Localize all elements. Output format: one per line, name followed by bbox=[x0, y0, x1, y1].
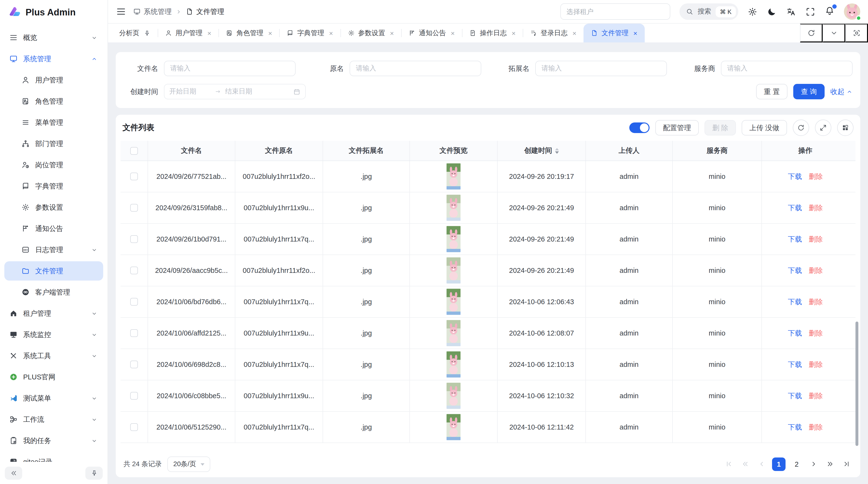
sidebar-item-test[interactable]: 测试菜单 bbox=[4, 389, 103, 408]
sidebar-item-file[interactable]: 文件管理 bbox=[4, 261, 103, 281]
filter-input-original-name[interactable]: 请输入 bbox=[350, 61, 481, 76]
global-search-button[interactable]: 搜索 ⌘ K bbox=[679, 3, 738, 20]
sidebar-item-client[interactable]: 客户端管理 bbox=[4, 283, 103, 302]
refresh-list-button[interactable] bbox=[793, 120, 809, 136]
table-scrollbar[interactable] bbox=[856, 322, 858, 446]
avatar[interactable] bbox=[844, 3, 860, 20]
sidebar-collapse-button[interactable] bbox=[5, 466, 22, 479]
moon-icon[interactable] bbox=[767, 6, 777, 17]
tab-close-icon[interactable]: × bbox=[390, 30, 394, 36]
sidebar-item-dict[interactable]: 字典管理 bbox=[4, 176, 103, 196]
page-next-button[interactable] bbox=[808, 458, 820, 470]
filter-input-extension[interactable]: 请输入 bbox=[535, 61, 667, 76]
settings-icon[interactable] bbox=[747, 6, 757, 17]
created-time-range-picker[interactable]: 开始日期 结束日期 bbox=[164, 84, 306, 99]
tab-close-icon[interactable]: × bbox=[451, 30, 455, 36]
download-link[interactable]: 下载 bbox=[788, 172, 802, 181]
tab-role[interactable]: 角色管理× bbox=[218, 24, 279, 42]
row-checkbox[interactable] bbox=[130, 298, 138, 305]
page-size-select[interactable]: 20条/页 bbox=[167, 456, 210, 472]
download-link[interactable]: 下载 bbox=[788, 360, 802, 369]
tab-user[interactable]: 用户管理× bbox=[158, 24, 218, 42]
sidebar-item-tools[interactable]: 系统工具 bbox=[4, 346, 103, 365]
page-prev-button[interactable] bbox=[756, 458, 768, 470]
filter-input-provider[interactable]: 请输入 bbox=[721, 61, 852, 76]
translate-icon[interactable] bbox=[786, 6, 796, 17]
sidebar-item-system[interactable]: 系统管理 bbox=[4, 49, 103, 68]
sidebar-item-monitor[interactable]: 系统监控 bbox=[4, 325, 103, 344]
upload-button[interactable]: 上传 没做 bbox=[742, 120, 787, 135]
sidebar-item-dept[interactable]: 部门管理 bbox=[4, 134, 103, 153]
tab-close-icon[interactable]: × bbox=[633, 30, 637, 36]
delete-link[interactable]: 删除 bbox=[809, 391, 823, 400]
search-button[interactable]: 查 询 bbox=[793, 84, 825, 99]
fullscreen-icon[interactable] bbox=[805, 6, 815, 17]
page-fast-prev-button[interactable] bbox=[739, 458, 751, 470]
sidebar-item-param[interactable]: 参数设置 bbox=[4, 198, 103, 217]
breadcrumb-item[interactable]: 系统管理 bbox=[133, 7, 172, 16]
sidebar-item-user[interactable]: 用户管理 bbox=[4, 70, 103, 90]
sidebar-item-workflow[interactable]: 工作流 bbox=[4, 410, 103, 429]
preview-image[interactable] bbox=[446, 351, 461, 378]
tab-close-icon[interactable]: × bbox=[512, 30, 516, 36]
download-link[interactable]: 下载 bbox=[788, 203, 802, 212]
download-link[interactable]: 下载 bbox=[788, 423, 802, 432]
preview-image[interactable] bbox=[446, 414, 461, 441]
filter-input-file-name[interactable]: 请输入 bbox=[164, 61, 296, 76]
sidebar-item-role[interactable]: 角色管理 bbox=[4, 92, 103, 111]
tab-close-icon[interactable]: × bbox=[329, 30, 333, 36]
sidebar-item-mytask[interactable]: 我的任务 bbox=[4, 431, 103, 450]
row-checkbox[interactable] bbox=[130, 392, 138, 400]
delete-link[interactable]: 删除 bbox=[809, 328, 823, 338]
select-all-checkbox[interactable] bbox=[130, 147, 138, 155]
content-fullscreen-icon[interactable] bbox=[845, 24, 868, 42]
collapse-filter-link[interactable]: 收起 bbox=[830, 87, 852, 96]
preview-image[interactable] bbox=[446, 163, 461, 190]
sidebar-item-plus-site[interactable]: PLUS官网 bbox=[4, 367, 103, 387]
tab-menu-chevron-down-icon[interactable] bbox=[823, 24, 845, 42]
tab-notice[interactable]: 通知公告× bbox=[401, 24, 462, 42]
delete-button[interactable]: 删 除 bbox=[705, 120, 736, 135]
sidebar-item-post[interactable]: 岗位管理 bbox=[4, 155, 103, 174]
sidebar-pin-button[interactable] bbox=[85, 466, 103, 479]
row-checkbox[interactable] bbox=[130, 204, 138, 212]
download-link[interactable]: 下载 bbox=[788, 328, 802, 338]
sidebar-item-notice[interactable]: 通知公告 bbox=[4, 219, 103, 238]
row-checkbox[interactable] bbox=[130, 361, 138, 368]
page-first-button[interactable] bbox=[723, 458, 735, 470]
hamburger-menu-icon[interactable] bbox=[116, 6, 126, 17]
search-panel-toggle[interactable] bbox=[629, 123, 650, 133]
preview-image[interactable] bbox=[446, 382, 461, 409]
sidebar-item-tenant[interactable]: 租户管理 bbox=[4, 304, 103, 323]
tab-close-icon[interactable]: × bbox=[207, 30, 211, 36]
sidebar-item-menu[interactable]: 菜单管理 bbox=[4, 113, 103, 132]
delete-link[interactable]: 删除 bbox=[809, 234, 823, 244]
expand-table-button[interactable] bbox=[815, 120, 831, 136]
preview-image[interactable] bbox=[446, 194, 461, 221]
delete-link[interactable]: 删除 bbox=[809, 297, 823, 306]
sort-icon[interactable] bbox=[555, 146, 559, 156]
delete-link[interactable]: 删除 bbox=[809, 203, 823, 212]
page-last-button[interactable] bbox=[840, 458, 852, 470]
preview-image[interactable] bbox=[446, 226, 461, 253]
delete-link[interactable]: 删除 bbox=[809, 266, 823, 275]
row-checkbox[interactable] bbox=[130, 235, 138, 243]
delete-link[interactable]: 删除 bbox=[809, 360, 823, 369]
download-link[interactable]: 下载 bbox=[788, 297, 802, 306]
row-checkbox[interactable] bbox=[130, 172, 138, 180]
download-link[interactable]: 下载 bbox=[788, 266, 802, 275]
tab-oplog[interactable]: 操作日志× bbox=[462, 24, 523, 42]
page-number-2[interactable]: 2 bbox=[790, 457, 803, 471]
page-number-1[interactable]: 1 bbox=[772, 457, 785, 471]
preview-image[interactable] bbox=[446, 257, 461, 284]
download-link[interactable]: 下载 bbox=[788, 234, 802, 244]
preview-image[interactable] bbox=[446, 320, 461, 347]
row-checkbox[interactable] bbox=[130, 266, 138, 274]
column-settings-button[interactable] bbox=[837, 120, 854, 136]
tab-param[interactable]: 参数设置× bbox=[340, 24, 401, 42]
tab-close-icon[interactable]: × bbox=[572, 30, 576, 36]
tab-close-icon[interactable]: × bbox=[268, 30, 272, 36]
preview-image[interactable] bbox=[446, 288, 461, 315]
config-manage-button[interactable]: 配置管理 bbox=[655, 120, 699, 135]
page-fast-next-button[interactable] bbox=[824, 458, 836, 470]
